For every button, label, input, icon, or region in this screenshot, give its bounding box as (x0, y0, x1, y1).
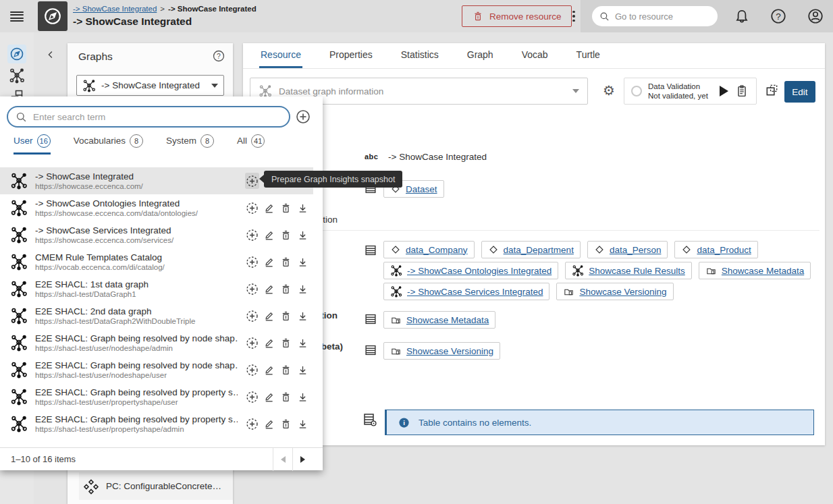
prepare-insights-icon[interactable] (245, 308, 259, 324)
prepare-insights-icon[interactable] (245, 173, 259, 189)
edit-graph-icon[interactable] (262, 362, 276, 378)
validation-report-clipboard-icon[interactable] (734, 84, 749, 99)
graph-search-field[interactable] (7, 106, 290, 128)
download-graph-icon[interactable] (296, 362, 310, 378)
download-graph-icon[interactable] (296, 227, 310, 243)
tab-vocabularies[interactable]: Vocabularies 8 (74, 134, 143, 155)
chip-label: data_Company (406, 245, 468, 255)
clone-icon[interactable] (764, 82, 780, 100)
graph-list-item[interactable]: CMEM Rule Templates Catalog https://voca… (0, 248, 313, 275)
more-actions-icon[interactable] (568, 8, 579, 24)
graphs-help-icon[interactable] (212, 49, 225, 63)
goto-resource-search[interactable] (592, 6, 718, 26)
delete-graph-icon[interactable] (279, 281, 293, 297)
prepare-insights-icon[interactable] (245, 281, 259, 297)
prepare-insights-icon[interactable] (245, 227, 259, 243)
link-chip[interactable]: Showcase Metadata (699, 262, 811, 279)
edit-button[interactable]: Edit (784, 81, 815, 103)
count-badge: 41 (251, 134, 265, 148)
download-graph-icon[interactable] (296, 200, 310, 216)
edit-graph-icon[interactable] (262, 200, 276, 216)
download-graph-icon[interactable] (296, 308, 310, 324)
delete-graph-icon[interactable] (279, 335, 293, 351)
link-chip[interactable]: data_Person (587, 241, 668, 258)
tab-turtle[interactable]: Turtle (575, 43, 601, 68)
pagination-prev-icon[interactable] (273, 448, 292, 471)
collapse-panel-icon[interactable] (42, 46, 59, 63)
link-chip[interactable]: Showcase Metadata (383, 311, 495, 329)
edit-graph-icon[interactable] (262, 281, 276, 297)
app-header: -> ShowCase Integrated>-> ShowCase Integ… (0, 0, 833, 32)
graph-list-item[interactable]: E2E SHACL: 2nd data graph https://shacl-… (0, 302, 313, 329)
tab-system[interactable]: System 8 (166, 134, 214, 155)
edit-graph-icon[interactable] (262, 308, 276, 324)
delete-graph-icon[interactable] (279, 389, 293, 405)
graph-icon (259, 84, 272, 98)
prepare-insights-icon[interactable] (245, 389, 259, 405)
graph-list-item[interactable]: E2E SHACL: 1st data graph https://shacl-… (0, 275, 313, 302)
download-graph-icon[interactable] (296, 254, 310, 270)
prepare-insights-icon[interactable] (245, 416, 259, 432)
remove-resource-label: Remove resource (489, 11, 562, 22)
delete-graph-icon[interactable] (279, 254, 293, 270)
graph-title: E2E SHACL: Graph being resolved by node … (35, 333, 238, 343)
tab-statistics[interactable]: Statistics (400, 43, 440, 68)
settings-gear-icon[interactable]: ⚙ (601, 82, 617, 100)
graph-list-item[interactable]: E2E SHACL: Graph being resolved by node … (0, 329, 313, 356)
add-graph-icon[interactable] (295, 109, 311, 125)
link-chip[interactable]: -> ShowCase Services Integrated (383, 283, 549, 300)
link-chip[interactable]: Showcase Versioning (383, 342, 500, 360)
prepare-insights-icon[interactable] (245, 200, 259, 216)
prepare-insights-icon[interactable] (245, 335, 259, 351)
graph-list-item[interactable]: E2E SHACL: Graph being resolved by prope… (0, 410, 313, 437)
link-chip[interactable]: data_Product (674, 241, 757, 258)
download-graph-icon[interactable] (296, 281, 310, 297)
breadcrumb-link[interactable]: -> ShowCase Integrated (73, 5, 157, 13)
tab-user[interactable]: User 16 (14, 134, 51, 155)
prepare-insights-icon[interactable] (245, 362, 259, 378)
download-graph-icon[interactable] (296, 389, 310, 405)
link-chip[interactable]: data_Company (383, 241, 475, 258)
run-validation-play-icon[interactable] (720, 86, 728, 96)
help-icon[interactable] (770, 7, 787, 25)
graph-select-dropdown[interactable]: -> ShowCase Integrated (76, 75, 224, 96)
download-graph-icon[interactable] (296, 416, 310, 432)
graph-list-item[interactable]: E2E SHACL: Graph being resolved by node … (0, 356, 313, 383)
graph-search-input[interactable] (33, 112, 282, 122)
edit-graph-icon[interactable] (262, 227, 276, 243)
download-graph-icon[interactable] (296, 335, 310, 351)
edit-graph-icon[interactable] (262, 335, 276, 351)
graph-list-item[interactable]: -> ShowCase Ontologies Integrated https:… (0, 194, 313, 221)
tree-item-configurable-concrete[interactable]: PC: ConfigurableConcrete… (79, 472, 233, 500)
edit-graph-icon[interactable] (262, 254, 276, 270)
tab-graph[interactable]: Graph (466, 43, 495, 68)
notifications-bell-icon[interactable] (733, 7, 751, 25)
delete-graph-icon[interactable] (279, 416, 293, 432)
delete-graph-icon[interactable] (279, 200, 293, 216)
graph-list-item[interactable]: -> ShowCase Services Integrated https://… (0, 221, 313, 248)
goto-resource-input[interactable] (615, 11, 703, 22)
pagination-next-icon[interactable] (293, 448, 312, 471)
link-chip[interactable]: Showcase Rule Results (565, 262, 692, 279)
rail-graphs-icon[interactable] (7, 66, 26, 85)
tab-properties[interactable]: Properties (328, 43, 374, 68)
delete-graph-icon[interactable] (279, 362, 293, 378)
app-logo[interactable] (38, 1, 68, 31)
edit-graph-icon[interactable] (262, 416, 276, 432)
tab-vocab[interactable]: Vocab (520, 43, 549, 68)
delete-graph-icon[interactable] (279, 227, 293, 243)
delete-graph-icon[interactable] (279, 308, 293, 324)
remove-resource-button[interactable]: Remove resource (462, 5, 572, 27)
tab-all[interactable]: All 41 (237, 134, 265, 155)
validation-status: Not validated, yet (648, 91, 714, 101)
prepare-insights-icon[interactable] (245, 254, 259, 270)
graph-list-item[interactable]: E2E SHACL: Graph being resolved by prope… (0, 383, 313, 410)
link-chip[interactable]: data_Department (481, 241, 581, 258)
link-chip[interactable]: -> ShowCase Ontologies Integrated (383, 262, 558, 279)
tab-resource[interactable]: Resource (259, 43, 302, 68)
hamburger-menu-icon[interactable] (10, 9, 24, 23)
link-chip[interactable]: Showcase Versioning (556, 283, 673, 300)
edit-graph-icon[interactable] (262, 389, 276, 405)
account-icon[interactable] (807, 7, 824, 25)
rail-explore-compass-icon[interactable] (7, 45, 26, 63)
